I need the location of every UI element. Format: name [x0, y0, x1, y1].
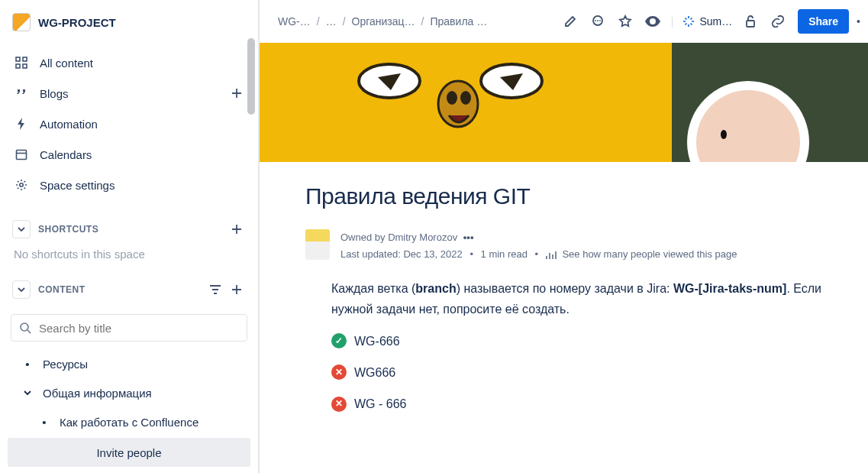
calendar-icon: [14, 148, 29, 160]
space-title: WG-PROJECT: [38, 16, 116, 29]
invite-people-button[interactable]: Invite people: [8, 438, 250, 467]
summarize-button[interactable]: Sum…: [679, 15, 735, 28]
owned-by-line: Owned by Dmitry Morozov •••: [340, 229, 737, 246]
bullet-icon: •: [38, 416, 50, 429]
plus-icon[interactable]: [229, 86, 244, 101]
sidebar-scrollbar[interactable]: [247, 38, 255, 115]
page-meta: Owned by Dmitry Morozov ••• Last updated…: [305, 229, 822, 263]
sidebar-item-all-content[interactable]: All content: [9, 47, 249, 78]
tree-item-common-info[interactable]: Общая информация: [11, 378, 247, 407]
topbar: WG-… / … / Организац… / Правила … | Sum……: [260, 0, 868, 43]
space-avatar-icon: [12, 13, 31, 31]
shortcuts-empty-text: No shortcuts in this space: [0, 241, 258, 261]
analytics-icon: [546, 251, 557, 260]
summarize-label: Sum…: [699, 15, 732, 28]
grid-icon: [14, 57, 29, 69]
section-content: CONTENT: [0, 277, 258, 302]
sidebar: WG-PROJECT All content Blogs Automation …: [0, 0, 260, 473]
gear-icon: [14, 179, 29, 191]
star-icon[interactable]: [613, 9, 637, 34]
space-header[interactable]: WG-PROJECT: [0, 0, 258, 44]
breadcrumbs: WG-… / … / Организац… / Правила …: [278, 15, 555, 28]
plus-icon[interactable]: [229, 222, 244, 237]
sidebar-item-automation[interactable]: Automation: [9, 109, 249, 139]
search-icon: [19, 322, 31, 334]
invite-label: Invite people: [96, 446, 161, 459]
sidebar-item-blogs[interactable]: Blogs: [9, 78, 249, 109]
example-incorrect: ✕ WG - 666: [331, 394, 822, 414]
svg-rect-2: [16, 64, 20, 68]
example-text: WG-666: [354, 331, 400, 352]
page-content: Правила ведения GIT Owned by Dmitry Moro…: [260, 162, 868, 425]
breadcrumb-separator: /: [421, 15, 424, 28]
nav-label: Calendars: [40, 148, 92, 161]
bolt-icon: [14, 118, 29, 130]
chevron-down-icon[interactable]: [21, 388, 34, 397]
svg-rect-0: [16, 57, 20, 61]
svg-point-17: [447, 91, 457, 105]
tree-item-confluence-howto[interactable]: • Как работать с Confluence: [11, 407, 247, 436]
dot-separator: •: [469, 248, 473, 260]
tree-label: Ресурсы: [43, 358, 88, 371]
more-icon[interactable]: •: [857, 15, 860, 28]
sidebar-item-calendars[interactable]: Calendars: [9, 139, 249, 170]
collapse-shortcuts-button[interactable]: [12, 220, 31, 238]
edit-icon[interactable]: [558, 9, 582, 34]
quote-icon: [14, 87, 29, 99]
check-icon: ✓: [331, 333, 347, 348]
collapse-content-button[interactable]: [12, 280, 31, 299]
link-icon[interactable]: [766, 9, 790, 34]
tree-label: Общая информация: [43, 387, 152, 400]
main-pane: WG-… / … / Организац… / Правила … | Sum……: [260, 0, 868, 473]
bullet-icon: •: [21, 358, 34, 371]
plus-icon[interactable]: [229, 282, 244, 297]
svg-rect-9: [747, 21, 754, 27]
svg-point-21: [721, 130, 727, 139]
body-paragraph: Каждая ветка (branch) называется по номе…: [331, 278, 822, 319]
breadcrumb-item[interactable]: Правила …: [430, 15, 487, 28]
share-button[interactable]: Share: [798, 9, 849, 34]
example-text: WG666: [354, 362, 395, 383]
svg-point-5: [20, 183, 23, 186]
comment-icon[interactable]: [586, 9, 610, 34]
sparkle-icon: [682, 15, 695, 28]
example-correct: ✓ WG-666: [331, 331, 822, 352]
nav-label: Space settings: [40, 179, 115, 192]
breadcrumb-separator: /: [343, 15, 346, 28]
filter-icon[interactable]: [209, 284, 221, 295]
last-updated-link[interactable]: Dec 13, 2022: [403, 248, 462, 260]
search-box[interactable]: [11, 314, 247, 342]
lock-icon[interactable]: [738, 9, 763, 34]
separator: |: [671, 15, 674, 28]
sidebar-item-space-settings[interactable]: Space settings: [9, 170, 249, 200]
views-link[interactable]: See how many people viewed this page: [562, 248, 737, 260]
breadcrumb-item[interactable]: WG-…: [278, 15, 311, 28]
svg-rect-3: [23, 64, 27, 68]
breadcrumb-item[interactable]: …: [326, 15, 337, 28]
tree-item-resources[interactable]: • Ресурсы: [11, 349, 247, 378]
dot-separator: •: [535, 248, 539, 260]
cross-icon: ✕: [331, 397, 347, 412]
section-label: SHORTCUTS: [38, 224, 98, 235]
nav-label: All content: [40, 57, 93, 70]
article-body: Каждая ветка (branch) называется по номе…: [305, 278, 822, 414]
cross-icon: ✕: [331, 364, 347, 380]
cover-image: [260, 43, 868, 162]
page-title: Правила ведения GIT: [305, 183, 822, 209]
owner-avatar[interactable]: [305, 229, 330, 260]
content-tree: • Ресурсы Общая информация • Как работат…: [0, 348, 258, 438]
owner-name[interactable]: Dmitry Morozov: [388, 232, 457, 243]
sidebar-nav: All content Blogs Automation Calendars S…: [0, 44, 258, 200]
nav-label: Automation: [40, 118, 98, 131]
tree-label: Как работать с Confluence: [60, 416, 198, 429]
svg-rect-1: [23, 57, 27, 61]
breadcrumb-separator: /: [317, 15, 320, 28]
example-text: WG - 666: [354, 394, 406, 414]
watch-icon[interactable]: [641, 9, 665, 34]
nav-label: Blogs: [40, 87, 69, 100]
breadcrumb-item[interactable]: Организац…: [352, 15, 415, 28]
section-shortcuts: SHORTCUTS: [0, 217, 258, 241]
search-input[interactable]: [39, 322, 239, 335]
owner-more-icon[interactable]: •••: [463, 229, 474, 246]
svg-rect-4: [17, 151, 27, 160]
